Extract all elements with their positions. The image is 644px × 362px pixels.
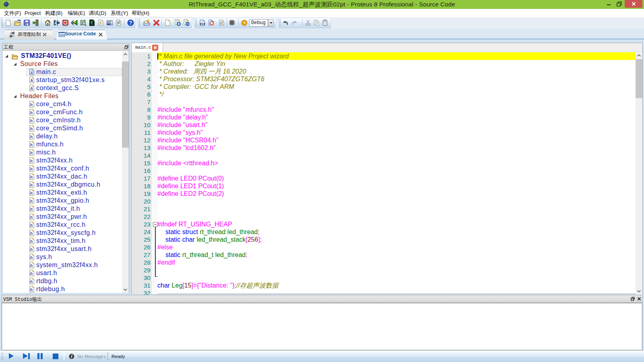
svg-text:?: ? bbox=[129, 20, 132, 26]
svg-text:01011: 01011 bbox=[107, 23, 113, 25]
svg-text:010: 010 bbox=[200, 23, 205, 26]
svg-text:0101: 0101 bbox=[59, 34, 65, 37]
svg-text:$: $ bbox=[99, 21, 102, 25]
